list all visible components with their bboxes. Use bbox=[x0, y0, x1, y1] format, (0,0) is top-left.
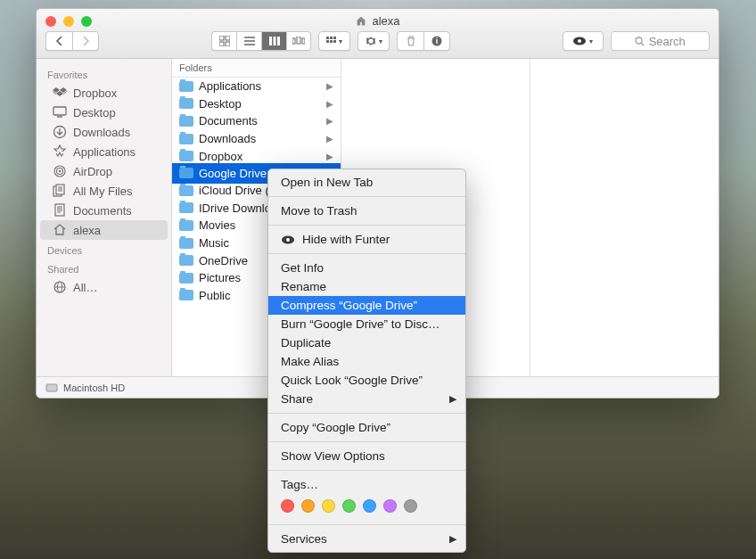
menu-item-label: Services bbox=[281, 532, 327, 546]
menu-item-label: Get Info bbox=[281, 261, 324, 275]
view-mode-buttons bbox=[211, 31, 311, 51]
gear-icon bbox=[365, 35, 377, 47]
nav-buttons bbox=[45, 31, 99, 51]
tag-dot[interactable] bbox=[322, 499, 335, 513]
icon-view-button[interactable] bbox=[211, 31, 236, 51]
action-button[interactable]: ▾ bbox=[357, 31, 390, 51]
grid-icon bbox=[219, 36, 230, 46]
tag-dot[interactable] bbox=[281, 499, 294, 513]
menu-item[interactable]: Services▶ bbox=[268, 530, 465, 548]
svg-rect-1 bbox=[226, 36, 230, 40]
funter-toggle-button[interactable]: ▾ bbox=[563, 31, 604, 51]
menu-item[interactable]: Share▶ bbox=[268, 390, 465, 408]
folder-icon bbox=[179, 273, 193, 284]
menu-item[interactable]: Move to Trash bbox=[268, 201, 465, 220]
chevron-left-icon bbox=[56, 37, 63, 45]
menu-item[interactable]: Hide with Funter bbox=[268, 230, 465, 249]
menu-item-label: Burn “Google Drive” to Disc… bbox=[281, 317, 440, 331]
folder-icon bbox=[179, 238, 193, 249]
menu-item-label: Hide with Funter bbox=[302, 233, 390, 246]
svg-point-34 bbox=[286, 238, 290, 242]
menu-item-label: Tags… bbox=[281, 478, 318, 491]
sidebar-item-dropbox[interactable]: Dropbox bbox=[40, 83, 168, 103]
menu-separator bbox=[268, 225, 465, 226]
sidebar-item-label: Applications bbox=[73, 145, 136, 159]
chevron-right-icon: ▶ bbox=[326, 152, 333, 161]
arrange-button[interactable]: ▾ bbox=[318, 31, 350, 51]
path-disk-label: Macintosh HD bbox=[63, 382, 125, 393]
folder-label: Pictures bbox=[199, 271, 241, 284]
folder-item[interactable]: Desktop▶ bbox=[172, 95, 341, 113]
close-window-button[interactable] bbox=[45, 16, 56, 27]
svg-rect-13 bbox=[326, 40, 329, 43]
folder-item[interactable]: Documents▶ bbox=[172, 112, 341, 130]
sidebar-item-desktop[interactable]: Desktop bbox=[40, 103, 168, 122]
info-button[interactable]: i bbox=[423, 31, 450, 51]
home-icon bbox=[53, 223, 67, 237]
menu-item[interactable]: Compress “Google Drive” bbox=[268, 296, 465, 315]
menu-separator bbox=[268, 196, 465, 197]
column-view-button[interactable] bbox=[261, 31, 286, 51]
sidebar-item-alexa[interactable]: alexa bbox=[40, 220, 168, 240]
eye-icon bbox=[281, 234, 295, 245]
tag-dot[interactable] bbox=[363, 499, 376, 513]
tag-dot[interactable] bbox=[383, 499, 397, 513]
sidebar-item-airdrop[interactable]: AirDrop bbox=[40, 161, 168, 181]
sidebar-item-downloads[interactable]: Downloads bbox=[40, 122, 168, 142]
home-icon bbox=[355, 15, 367, 28]
tag-dot[interactable] bbox=[342, 499, 356, 513]
tag-dot[interactable] bbox=[404, 499, 417, 513]
dropbox-icon bbox=[53, 86, 67, 100]
sidebar-item-documents[interactable]: Documents bbox=[40, 201, 168, 220]
tag-dot[interactable] bbox=[301, 499, 315, 513]
menu-item[interactable]: Rename bbox=[268, 277, 465, 296]
svg-rect-3 bbox=[226, 42, 230, 46]
menu-tags-row bbox=[268, 494, 465, 520]
chevron-right-icon bbox=[82, 37, 89, 45]
sidebar-item-label: All My Files bbox=[73, 185, 132, 198]
menu-separator bbox=[268, 413, 465, 414]
menu-item[interactable]: Open in New Tab bbox=[268, 173, 465, 192]
back-button[interactable] bbox=[45, 31, 72, 51]
menu-item-label: Move to Trash bbox=[281, 204, 357, 218]
menu-item-label: Make Alias bbox=[281, 355, 339, 368]
menu-item-label: Open in New Tab bbox=[281, 176, 373, 189]
folder-icon bbox=[179, 134, 193, 144]
folder-icon bbox=[179, 81, 193, 92]
trash-button[interactable] bbox=[397, 31, 423, 51]
folder-icon bbox=[179, 290, 193, 300]
menu-item[interactable]: Duplicate bbox=[268, 333, 465, 352]
menu-separator bbox=[268, 441, 465, 442]
folder-item[interactable]: Downloads▶ bbox=[172, 130, 341, 148]
minimize-window-button[interactable] bbox=[63, 16, 74, 27]
menu-item[interactable]: Make Alias bbox=[268, 352, 465, 371]
sidebar-item-label: alexa bbox=[73, 224, 101, 237]
svg-rect-4 bbox=[269, 37, 272, 45]
sidebar-item-applications[interactable]: Applications bbox=[40, 142, 168, 161]
menu-item[interactable]: Copy “Google Drive” bbox=[268, 418, 465, 437]
sidebar-item-all-my-files[interactable]: All My Files bbox=[40, 181, 168, 201]
menu-item[interactable]: Tags… bbox=[268, 475, 465, 494]
svg-point-19 bbox=[578, 39, 581, 43]
chevron-right-icon: ▶ bbox=[326, 116, 333, 126]
folder-icon bbox=[179, 202, 193, 213]
search-field[interactable]: Search bbox=[611, 31, 711, 51]
chevron-right-icon: ▶ bbox=[326, 99, 333, 109]
zoom-window-button[interactable] bbox=[81, 16, 92, 27]
menu-separator bbox=[268, 253, 465, 254]
list-view-button[interactable] bbox=[236, 31, 261, 51]
folder-label: Music bbox=[199, 236, 229, 250]
menu-item[interactable]: Quick Look “Google Drive” bbox=[268, 371, 465, 390]
coverflow-view-button[interactable] bbox=[286, 31, 311, 51]
folder-item[interactable]: Applications▶ bbox=[172, 78, 341, 95]
menu-item[interactable]: Get Info bbox=[268, 259, 465, 277]
menu-separator bbox=[268, 524, 465, 525]
menu-item[interactable]: Burn “Google Drive” to Disc… bbox=[268, 315, 465, 333]
folder-label: Dropbox bbox=[199, 150, 242, 163]
folder-icon bbox=[179, 98, 193, 109]
menu-item[interactable]: Show View Options bbox=[268, 447, 465, 465]
forward-button[interactable] bbox=[72, 31, 99, 51]
svg-rect-14 bbox=[330, 40, 333, 43]
folder-icon bbox=[179, 151, 193, 161]
sidebar-item-all[interactable]: All… bbox=[40, 277, 168, 297]
